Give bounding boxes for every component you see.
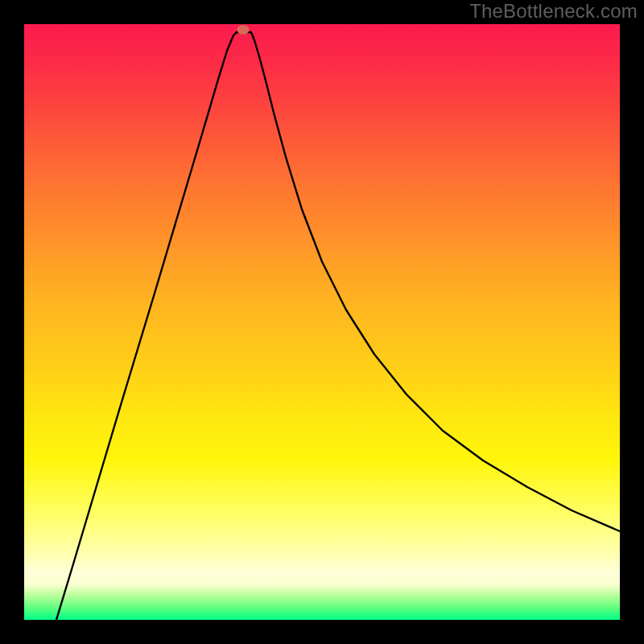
watermark-label: TheBottleneck.com	[469, 0, 638, 23]
chart-plot-area	[24, 24, 620, 620]
minimum-marker-icon	[237, 25, 250, 35]
chart-svg	[24, 24, 620, 620]
curve-right	[251, 32, 620, 531]
curve-left	[56, 32, 237, 620]
chart-frame: TheBottleneck.com	[0, 0, 644, 644]
